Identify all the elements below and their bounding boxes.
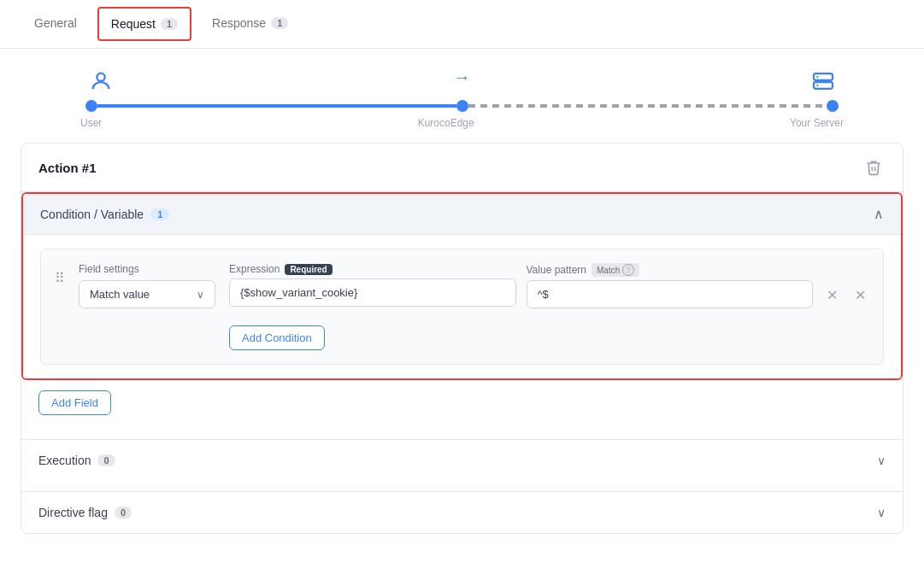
execution-chevron-icon: ∨ — [877, 454, 886, 467]
delete-action-button[interactable] — [862, 155, 886, 179]
execution-header[interactable]: Execution 0 ∨ — [21, 440, 903, 481]
field-settings-value: Match value — [90, 288, 150, 301]
directive-flag-title: Directive flag 0 — [38, 506, 132, 519]
row-delete-button[interactable]: ✕ — [851, 284, 869, 307]
flow-user-label: User — [80, 117, 102, 129]
directive-flag-section: Directive flag 0 ∨ — [21, 491, 903, 533]
track-dot-mid — [456, 100, 468, 112]
flow-user-node — [85, 66, 116, 97]
field-settings: Field settings Match value ∨ — [79, 263, 215, 308]
directive-flag-header[interactable]: Directive flag 0 ∨ — [21, 492, 903, 533]
info-icon: ? — [622, 264, 634, 276]
expression-label: Expression Required — [229, 263, 516, 275]
action-title: Action #1 — [38, 161, 97, 175]
match-badge: Match ? — [591, 263, 639, 277]
track-segment-right — [468, 104, 827, 108]
add-field-area: Add Field — [21, 380, 903, 429]
track-dot-end — [827, 100, 839, 112]
svg-point-3 — [816, 76, 818, 78]
flow-diagram: → User KurocoEdge Your Server — [0, 49, 924, 129]
condition-variable-title: Condition / Variable 1 — [40, 208, 169, 221]
tabs-bar: General Request 1 Response 1 — [0, 0, 924, 49]
add-field-button[interactable]: Add Field — [38, 390, 111, 415]
user-icon — [85, 66, 116, 97]
svg-point-0 — [97, 73, 104, 81]
required-badge: Required — [285, 264, 332, 275]
field-settings-select[interactable]: Match value ∨ — [79, 280, 215, 308]
flow-labels: User KurocoEdge Your Server — [34, 112, 890, 129]
tab-response-label: Response — [212, 16, 266, 30]
field-area: ⠿ Field settings Match value ∨ — [23, 235, 901, 378]
svg-point-4 — [816, 85, 818, 86]
svg-rect-2 — [814, 82, 833, 89]
track-dot-start — [85, 100, 97, 112]
drag-handle-icon[interactable]: ⠿ — [55, 270, 65, 286]
execution-title: Execution 0 — [38, 454, 115, 467]
add-condition-label: Add Condition — [242, 331, 312, 344]
server-icon — [808, 66, 839, 97]
action-card: Action #1 Condition / Variable 1 ∧ — [21, 143, 903, 534]
condition-variable-section: Condition / Variable 1 ∧ ⠿ Field setting… — [21, 192, 903, 380]
field-row: ⠿ Field settings Match value ∨ — [40, 249, 884, 365]
condition-variable-label: Condition / Variable — [40, 208, 144, 221]
directive-flag-chevron-icon: ∨ — [877, 506, 886, 519]
value-pattern-label: Value pattern Match ? — [527, 263, 814, 277]
tab-general[interactable]: General — [21, 4, 91, 44]
svg-rect-1 — [814, 73, 833, 80]
select-chevron-down-icon: ∨ — [197, 289, 204, 301]
condition-chevron-up-icon: ∧ — [874, 206, 884, 222]
execution-section: Execution 0 ∨ — [21, 439, 903, 481]
add-field-label: Add Field — [51, 396, 98, 409]
tab-request-badge: 1 — [161, 18, 178, 30]
flow-server-node — [808, 66, 839, 97]
execution-label: Execution — [38, 454, 91, 467]
main-content: Action #1 Condition / Variable 1 ∧ — [0, 129, 924, 548]
tab-request-label: Request — [111, 17, 156, 31]
directive-flag-badge: 0 — [115, 507, 132, 519]
condition-variable-badge: 1 — [150, 208, 169, 220]
expression-input[interactable] — [229, 278, 516, 307]
action-header: Action #1 — [21, 144, 903, 192]
flow-edge-label: KurocoEdge — [418, 117, 474, 129]
clear-condition-button[interactable]: ✕ — [823, 284, 841, 307]
track-segment-left — [97, 104, 456, 108]
tab-request[interactable]: Request 1 — [97, 7, 191, 41]
condition-variable-header[interactable]: Condition / Variable 1 ∧ — [23, 194, 901, 235]
directive-flag-label: Directive flag — [38, 506, 108, 519]
conditions-area: Expression Required Value pattern — [229, 263, 869, 350]
tab-response[interactable]: Response 1 — [198, 4, 302, 44]
value-pattern-col: Value pattern Match ? — [527, 263, 814, 308]
condition-row: Expression Required Value pattern — [229, 263, 869, 308]
flow-arrow-icon: → — [454, 67, 471, 87]
value-pattern-input[interactable] — [527, 280, 814, 308]
expression-col: Expression Required — [229, 263, 516, 307]
tab-response-badge: 1 — [271, 17, 288, 29]
tab-general-label: General — [34, 16, 77, 30]
field-settings-label: Field settings — [79, 263, 215, 275]
add-condition-button[interactable]: Add Condition — [229, 325, 325, 350]
flow-server-label: Your Server — [790, 117, 844, 129]
execution-badge: 0 — [97, 454, 115, 466]
